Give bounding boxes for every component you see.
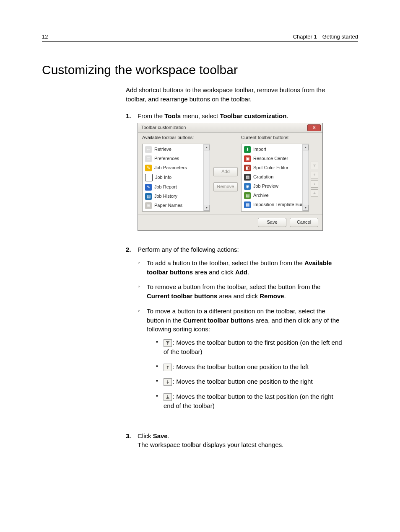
- sort-right-text: : Moves the toolbar button one position …: [173, 378, 313, 385]
- s2a-post: .: [247, 269, 249, 276]
- list-item-icon: ≋: [145, 202, 152, 209]
- step-2-body: Perform any of the following actions: To…: [138, 245, 344, 422]
- list-item-icon: ▤: [145, 193, 152, 200]
- list-item[interactable]: ▦Gradation: [242, 173, 302, 182]
- s2b-b1: Current toolbar buttons: [147, 292, 217, 300]
- sort-right-desc: : Moves the toolbar button one position …: [164, 377, 344, 386]
- scroll-down-icon[interactable]: ▼: [204, 205, 210, 211]
- scroll-up-icon[interactable]: ▲: [303, 145, 309, 150]
- move-down-button[interactable]: [311, 180, 318, 188]
- page-title: Customizing the workspace toolbar: [42, 63, 358, 77]
- step-1-mid: menu, select: [181, 112, 220, 119]
- list-item[interactable]: ◧Spot Color Editor: [242, 163, 302, 173]
- list-item-icon: ▦: [244, 201, 251, 208]
- step-2c: To move a button to a different position…: [147, 307, 344, 416]
- list-item-icon: ▣: [244, 155, 251, 162]
- list-item-icon: ✎: [145, 184, 152, 191]
- sort-left-text: : Moves the toolbar button one position …: [173, 363, 309, 370]
- step-1-post: .: [286, 112, 288, 119]
- list-item[interactable]: ▣Resource Center: [242, 154, 302, 163]
- current-scrollbar[interactable]: ▲ ▼: [302, 144, 309, 211]
- sort-left-desc: : Moves the toolbar button one position …: [164, 362, 344, 372]
- list-item-label: Spot Color Editor: [253, 165, 288, 171]
- list-item[interactable]: ≋Paper Names: [143, 201, 203, 210]
- sort-left-icon: [164, 364, 172, 371]
- list-item-icon: ◉: [244, 183, 251, 190]
- s3-post: .: [168, 432, 169, 439]
- step-1-pre: From the: [138, 112, 164, 119]
- add-remove-column: Add Remove: [213, 134, 238, 212]
- list-item-label: Job History: [154, 193, 177, 200]
- list-item-icon: ≣: [145, 155, 152, 162]
- cancel-button[interactable]: Cancel: [290, 218, 318, 227]
- scroll-down-icon[interactable]: ▼: [303, 205, 309, 211]
- list-item-label: Resource Center: [253, 155, 288, 162]
- intro-text: Add shortcut buttons to the workspace to…: [126, 85, 344, 104]
- move-up-button[interactable]: [311, 171, 318, 178]
- list-item[interactable]: ✎Job Report: [143, 183, 203, 192]
- available-column: Available toolbar buttons: ⇐Retrieve≣Pre…: [142, 134, 210, 212]
- remove-button[interactable]: Remove: [213, 182, 238, 191]
- dialog-title: Toolbar customization: [141, 124, 186, 131]
- list-item-label: Job Info: [155, 174, 171, 181]
- sort-last-icon: [164, 393, 172, 401]
- sort-right-icon: [164, 378, 172, 386]
- list-item-label: Preferences: [154, 155, 179, 162]
- dialog-footer: Save Cancel: [138, 214, 322, 230]
- list-item[interactable]: ▤Job History: [143, 192, 203, 201]
- list-item[interactable]: ▦Imposition Template Builder: [242, 200, 302, 209]
- list-item[interactable]: ◉Job Preview: [242, 182, 302, 191]
- step-3-number: 3.: [126, 431, 138, 450]
- save-button[interactable]: Save: [258, 218, 286, 227]
- list-item-label: Imposition Template Builder: [253, 201, 302, 208]
- step-2-text: Perform any of the following actions:: [138, 246, 239, 253]
- step-2b: To remove a button from the toolbar, sel…: [147, 282, 344, 301]
- list-item-label: Retrieve: [154, 146, 171, 153]
- step-2a: To add a button to the toolbar, select t…: [147, 258, 344, 277]
- current-listbox[interactable]: ⬇Import▣Resource Center◧Spot Color Edito…: [241, 144, 309, 212]
- current-label: Current toolbar buttons:: [241, 134, 309, 141]
- sort-last-desc: : Moves the toolbar button to the last p…: [164, 392, 344, 411]
- step-1-bold2: Toolbar customization: [220, 112, 286, 119]
- list-item-icon: ◧: [244, 165, 251, 171]
- list-item-icon: ✎: [145, 165, 152, 171]
- s2c-b1: Current toolbar buttons: [183, 317, 254, 324]
- dialog-titlebar: Toolbar customization ✕: [138, 123, 322, 133]
- s2b-post: .: [284, 292, 286, 300]
- list-item-label: Archive: [253, 192, 269, 199]
- sort-first-desc: : Moves the toolbar button to the first …: [164, 338, 344, 356]
- move-last-button[interactable]: [311, 189, 318, 197]
- step-3-result: The workspace toolbar displays your late…: [138, 440, 344, 449]
- s2a-b2: Add: [235, 269, 247, 276]
- step-1-bold1: Tools: [164, 112, 181, 119]
- list-item-label: Gradation: [253, 174, 273, 181]
- close-icon[interactable]: ✕: [307, 124, 321, 131]
- list-item[interactable]: ⇐Retrieve: [143, 145, 203, 154]
- list-item-icon: ⇐: [145, 146, 152, 153]
- page-number: 12: [42, 34, 48, 40]
- list-item[interactable]: iJob Info: [143, 173, 203, 183]
- add-button[interactable]: Add: [213, 167, 238, 176]
- list-item[interactable]: ⬇Import: [242, 145, 302, 154]
- sort-first-icon: [164, 339, 172, 347]
- list-item-icon: i: [145, 174, 153, 181]
- list-item-icon: ⬇: [244, 146, 251, 153]
- s3-pre: Click: [138, 432, 153, 439]
- step-2-number: 2.: [126, 245, 138, 422]
- scroll-up-icon[interactable]: ▲: [204, 145, 210, 150]
- s2b-b2: Remove: [260, 292, 284, 300]
- available-listbox[interactable]: ⇐Retrieve≣Preferences✎Job ParametersiJob…: [142, 144, 210, 212]
- list-item-label: Import: [253, 146, 266, 153]
- step-1-number: 1.: [126, 111, 138, 240]
- s2b-mid: area and click: [217, 292, 260, 300]
- current-column: Current toolbar buttons: ⬇Import▣Resourc…: [241, 134, 309, 212]
- move-first-button[interactable]: [311, 162, 318, 169]
- sort-buttons-column: [311, 134, 318, 212]
- s3-b1: Save: [153, 432, 168, 439]
- list-item[interactable]: ≣Preferences: [143, 154, 203, 163]
- list-item-label: Job Report: [154, 184, 177, 191]
- list-item[interactable]: ✎Job Parameters: [143, 163, 203, 173]
- available-scrollbar[interactable]: ▲ ▼: [203, 144, 210, 211]
- s2b-pre: To remove a button from the toolbar, sel…: [147, 283, 320, 290]
- list-item[interactable]: ▤Archive: [242, 191, 302, 200]
